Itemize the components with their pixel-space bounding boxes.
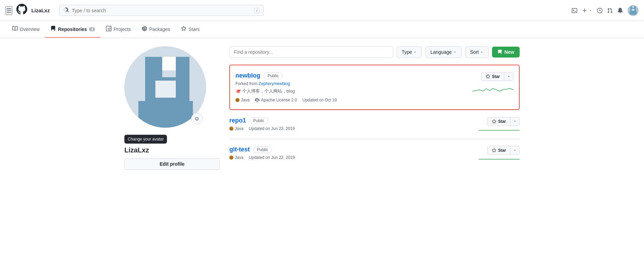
repo-star-actions: Star <box>479 146 520 161</box>
sparkline-repo1 <box>479 129 520 132</box>
create-new-button[interactable] <box>582 8 592 13</box>
new-label: New <box>504 49 514 55</box>
repo-star-actions: Star <box>473 72 513 94</box>
search-icon <box>64 7 69 14</box>
packages-icon <box>142 26 147 32</box>
repo-name-git-test[interactable]: git-test <box>229 146 250 153</box>
svg-rect-12 <box>155 81 176 98</box>
language-item: Java <box>235 98 249 102</box>
repo-name-newblog[interactable]: newblog <box>235 72 260 79</box>
star-dropdown-button[interactable] <box>510 117 520 126</box>
main-layout: ☺ Change your avatar LizaLxz Edit profil… <box>118 38 526 178</box>
tab-stars[interactable]: Stars <box>175 21 205 38</box>
search-input[interactable] <box>72 8 251 13</box>
projects-icon <box>106 26 111 32</box>
new-repo-button[interactable]: New <box>492 47 520 58</box>
svg-rect-8 <box>145 57 162 77</box>
sparkline-newblog <box>473 84 513 94</box>
top-nav: ☰ LizaLxz / <box>0 0 644 21</box>
tab-repositories[interactable]: Repositories 4 <box>45 21 101 38</box>
updated-text: Updated on Oct 19 <box>303 98 337 102</box>
sparkline-git-test <box>479 158 520 161</box>
change-avatar-emoji-button[interactable]: ☺ <box>191 113 203 125</box>
star-dropdown-button[interactable] <box>504 72 513 81</box>
language-item: Java <box>229 155 243 160</box>
repo-list: newblog Public Forked from Zephery/newbl… <box>229 65 520 168</box>
language-button[interactable]: Language <box>425 46 461 58</box>
repo-title-row: git-test Public <box>229 146 479 153</box>
updated-text: Updated on Jun 23, 2019 <box>249 126 295 131</box>
nav-actions <box>572 5 639 16</box>
hamburger-menu[interactable]: ☰ <box>5 6 12 15</box>
pull-request-button[interactable] <box>607 8 613 13</box>
license-item: Apache License 2.0 <box>255 98 297 102</box>
svg-rect-10 <box>176 57 189 77</box>
sidebar-username: LizaLxz <box>124 146 220 154</box>
svg-rect-13 <box>138 101 193 128</box>
repo-description: 🐙 个人博客，个人网站，blog <box>235 88 473 94</box>
stars-icon <box>181 26 186 32</box>
language-name: Java <box>241 98 249 102</box>
repo-title-row: repo1 Public <box>229 117 479 124</box>
sidebar: ☺ Change your avatar LizaLxz Edit profil… <box>124 46 220 170</box>
nav-username[interactable]: LizaLxz <box>31 7 50 13</box>
repo-item-content: repo1 Public Java Updated on Jun 23, 201… <box>229 117 479 131</box>
terminal-button[interactable] <box>572 8 577 13</box>
repo-item-git-test: git-test Public Java Updated on Jun 22, … <box>229 139 520 168</box>
repo-meta: Java Updated on Jun 23, 2019 <box>229 126 479 131</box>
repo-title-row: newblog Public <box>235 72 473 79</box>
svg-rect-1 <box>630 6 632 9</box>
repo-badge-public: Public <box>253 146 272 153</box>
search-container: / <box>59 5 264 16</box>
type-label: Type <box>402 49 412 55</box>
license-text: Apache License 2.0 <box>261 98 297 102</box>
repo-meta: Java Updated on Jun 22, 2019 <box>229 155 479 160</box>
svg-rect-5 <box>632 9 634 11</box>
inbox-button[interactable] <box>617 8 623 13</box>
kbd-hint: / <box>254 8 259 13</box>
star-button-group: Star <box>487 146 520 155</box>
repo-star-actions: Star <box>479 117 520 132</box>
repo-item-content: newblog Public Forked from Zephery/newbl… <box>235 72 473 102</box>
svg-rect-6 <box>630 11 637 15</box>
repo-meta: Java Apache License 2.0 Updated on Oct 1… <box>235 98 473 102</box>
avatar-container: ☺ <box>124 46 206 128</box>
main-content: Type Language Sort New <box>229 46 520 170</box>
sort-button[interactable]: Sort <box>465 46 489 58</box>
edit-profile-button[interactable]: Edit profile <box>124 158 220 170</box>
fork-source-link[interactable]: Zephery/newblog <box>259 81 290 86</box>
tab-packages[interactable]: Packages <box>136 21 175 38</box>
updated-text: Updated on Jun 22, 2019 <box>249 155 295 160</box>
type-button[interactable]: Type <box>397 46 422 58</box>
star-button[interactable]: Star <box>487 146 510 155</box>
java-lang-dot <box>235 98 240 102</box>
java-lang-dot <box>229 155 233 160</box>
repo-badge-public: Public <box>264 72 282 79</box>
tab-projects[interactable]: Projects <box>101 21 136 38</box>
github-logo[interactable] <box>16 4 27 17</box>
star-button[interactable]: Star <box>487 117 510 126</box>
language-label: Language <box>430 49 451 55</box>
star-dropdown-button[interactable] <box>510 146 520 155</box>
star-button-group: Star <box>487 117 520 126</box>
svg-rect-3 <box>634 6 636 9</box>
repo-item-newblog: newblog Public Forked from Zephery/newbl… <box>229 65 520 110</box>
repo-name-repo1[interactable]: repo1 <box>229 117 246 124</box>
tab-overview[interactable]: Overview <box>7 21 45 38</box>
repo-toolbar: Type Language Sort New <box>229 46 520 58</box>
language-name: Java <box>235 126 243 131</box>
timer-button[interactable] <box>597 8 602 13</box>
java-lang-dot <box>229 127 233 131</box>
repo-count-badge: 4 <box>89 27 95 31</box>
repo-item-content: git-test Public Java Updated on Jun 22, … <box>229 146 479 160</box>
avatar[interactable] <box>628 5 639 16</box>
language-item: Java <box>229 126 243 131</box>
sub-nav: Overview Repositories 4 Projects Package… <box>0 21 644 38</box>
repo-item-repo1: repo1 Public Java Updated on Jun 23, 201… <box>229 110 520 139</box>
find-repo-input[interactable] <box>229 46 393 58</box>
change-avatar-tooltip: Change your avatar <box>124 135 167 144</box>
star-button[interactable]: Star <box>481 72 504 81</box>
language-name: Java <box>235 155 243 160</box>
book-icon <box>12 26 18 32</box>
repo-badge-public: Public <box>249 117 268 124</box>
